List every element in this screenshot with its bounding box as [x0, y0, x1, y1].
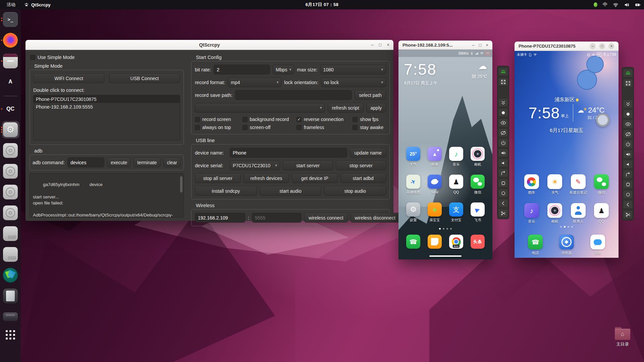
bit-rate-unit-select[interactable]: Mbps▾ — [273, 65, 294, 74]
dock-item-terminal[interactable]: >_ — [0, 12, 21, 27]
dock-item-settings[interactable]: ⚙ — [0, 122, 21, 137]
recents-icon[interactable] — [498, 179, 508, 187]
dock-item-hbuilder[interactable] — [0, 268, 21, 283]
app-wechat[interactable]: 微信 — [591, 174, 612, 195]
touch-icon[interactable] — [623, 110, 633, 118]
rotate-icon[interactable] — [623, 170, 633, 179]
lock-orientation-select[interactable]: no lock▾ — [321, 77, 386, 87]
touch-icon[interactable] — [498, 108, 508, 117]
screenshot-icon[interactable] — [623, 210, 633, 219]
dock-item-show-apps[interactable] — [0, 330, 21, 345]
app-notes[interactable] — [424, 235, 445, 249]
dock-item-disk[interactable] — [0, 143, 21, 158]
refresh-script-button[interactable]: refresh script — [328, 103, 364, 113]
app-alipay[interactable]: 支支付宝 — [445, 202, 467, 223]
app-youdao-note[interactable]: ✎有道云笔记 — [568, 174, 589, 195]
wifi-icon[interactable] — [613, 2, 619, 8]
app-amap[interactable]: ✈高德地图 — [402, 175, 424, 195]
clock[interactable]: 6月17日 07：58 — [306, 2, 339, 8]
power-icon[interactable] — [623, 140, 633, 148]
minimize-icon[interactable]: – — [371, 43, 373, 47]
dock-item-ssd[interactable]: SSD — [0, 247, 21, 262]
activities-button[interactable]: 活动 — [7, 2, 15, 8]
home-indicator[interactable] — [429, 255, 462, 257]
screen-on-icon[interactable] — [623, 120, 633, 128]
indicator-icon[interactable] — [594, 2, 597, 7]
qtscrcpy-logo-icon[interactable] — [623, 69, 633, 77]
app-wechat[interactable]: 微信 — [467, 175, 488, 195]
assistive-ball[interactable] — [596, 113, 609, 127]
page-dot[interactable] — [571, 226, 573, 228]
wireless-port-input[interactable] — [252, 213, 302, 223]
device-list-item[interactable]: Phone-P7CDU17C23010875 — [34, 95, 180, 103]
app-qq[interactable]: ♟QQ — [445, 175, 467, 195]
app-browser[interactable]: 浏览器 — [556, 235, 577, 255]
app-qinbaobao[interactable]: ♣亲宝宝 — [424, 202, 445, 223]
checkbox-record-screen[interactable]: record screen — [195, 117, 243, 122]
dock-item-ssd[interactable]: SSD — [0, 226, 21, 241]
script-select[interactable]: ▾ — [195, 103, 325, 113]
qtscrcpy-logo-icon[interactable] — [498, 67, 508, 76]
use-simple-mode-checkbox[interactable]: Use Simple Mode — [30, 55, 184, 60]
wifi-connect-button[interactable]: WIFI Connect — [33, 73, 104, 83]
volume-down-icon[interactable] — [623, 160, 633, 169]
checkbox-stay-awake[interactable]: stay awake — [353, 125, 386, 130]
phone1-weather-widget[interactable]: ☁ 阴 25°C — [472, 62, 487, 79]
fullscreen-icon[interactable] — [623, 79, 633, 87]
device-serial-select[interactable]: P7CDU17C23010▾ — [230, 161, 280, 170]
max-size-select[interactable]: 1080▾ — [320, 65, 386, 74]
wireless-disconnect-button[interactable]: wireless disconnect — [351, 213, 400, 223]
device-name-input[interactable] — [230, 148, 347, 158]
app-chrome-beta[interactable]: Beta — [445, 235, 467, 249]
app-camera[interactable]: 相机 — [544, 203, 566, 224]
recents-icon[interactable] — [623, 180, 633, 189]
stop-audio-button[interactable]: stop audio — [324, 186, 386, 196]
page-dot[interactable] — [568, 226, 569, 228]
stop-server-button[interactable]: stop server — [336, 161, 386, 170]
wireless-connect-button[interactable]: wireless connect — [304, 213, 348, 223]
checkbox-background-record[interactable]: background record — [243, 117, 297, 122]
screen-off-icon[interactable] — [623, 130, 633, 138]
page-dot[interactable] — [439, 228, 441, 230]
dock-item-files[interactable] — [0, 54, 21, 68]
power-icon[interactable] — [498, 138, 508, 147]
start-server-button[interactable]: start server — [283, 161, 333, 170]
app-gallery[interactable]: ▲相册 — [424, 147, 445, 167]
collapse-icon[interactable] — [498, 98, 508, 107]
start-audio-button[interactable]: start audio — [260, 186, 322, 196]
page-dot[interactable] — [560, 226, 562, 228]
app-weather[interactable]: ☀天气 — [544, 174, 566, 195]
screenshot-icon[interactable] — [498, 209, 508, 218]
rotate-icon[interactable] — [498, 169, 508, 177]
close-icon[interactable]: × — [608, 43, 614, 49]
scrollbar[interactable] — [180, 176, 182, 192]
page-dot[interactable] — [564, 226, 566, 228]
input-method-indicator[interactable]: 中 — [603, 2, 607, 8]
checkbox-show-fps[interactable]: show fps — [353, 117, 386, 122]
wireless-ip-input[interactable] — [195, 213, 245, 223]
page-dot[interactable] — [443, 228, 444, 230]
dock-item-ubuntu-software[interactable]: A — [0, 74, 21, 89]
home-folder-desktop-icon[interactable]: ⌂ 主目录 — [612, 327, 633, 347]
record-format-select[interactable]: mp4▾ — [228, 77, 281, 87]
back-icon[interactable] — [623, 200, 633, 209]
maximize-icon[interactable]: □ — [599, 43, 605, 49]
dock-item-phone-device[interactable] — [0, 289, 21, 303]
volume-down-icon[interactable] — [498, 159, 508, 167]
dock-item-disk[interactable] — [0, 205, 21, 220]
checkbox-frameless[interactable]: frameless — [297, 125, 353, 130]
install-sndcpy-button[interactable]: install sndcpy — [195, 186, 257, 196]
home-icon[interactable] — [623, 190, 633, 199]
app-camera[interactable]: 相机 — [467, 147, 488, 167]
device-list-item[interactable]: Phone-192.168.2.109:5555 — [34, 103, 180, 111]
screen-off-icon[interactable] — [498, 128, 508, 137]
app-menu[interactable]: QtScrcpy — [24, 2, 51, 7]
dock-item-qtcreator[interactable]: QC — [0, 102, 21, 116]
dock-item-disk[interactable] — [0, 164, 21, 179]
dock-item-usb-drive[interactable] — [0, 309, 21, 324]
app-phone[interactable]: ☎电话 — [525, 235, 546, 255]
app-settings[interactable]: ⚙设置 — [402, 202, 424, 223]
terminate-button[interactable]: terminate — [133, 158, 160, 167]
clear-button[interactable]: clear — [163, 158, 181, 167]
maximize-icon[interactable]: □ — [479, 43, 482, 47]
